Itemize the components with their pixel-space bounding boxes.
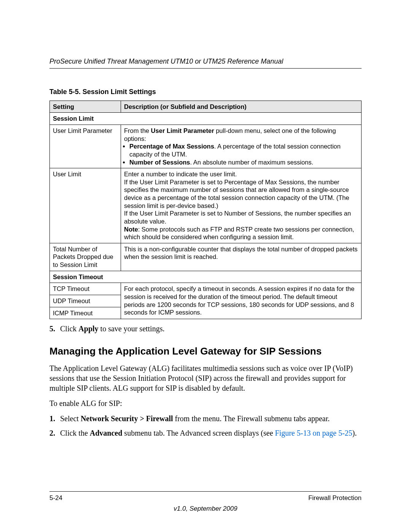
- cell-description: From the User Limit Parameter pull-down …: [121, 125, 362, 168]
- cell-description: For each protocol, specify a timeout in …: [121, 283, 362, 319]
- col-header-setting: Setting: [50, 101, 121, 113]
- step-5: 5. Click Apply to save your settings.: [49, 324, 362, 334]
- step-1: 1. Select Network Security > Firewall fr…: [49, 414, 362, 423]
- session-limit-table: Setting Description (or Subfield and Des…: [49, 101, 362, 319]
- col-header-description: Description (or Subfield and Description…: [121, 101, 362, 113]
- table-row: Total Number of Packets Dropped due to S…: [50, 243, 362, 271]
- table-caption: Table 5-5. Session Limit Settings: [49, 88, 362, 96]
- cell-setting: UDP Timeout: [50, 295, 121, 307]
- table-section-session-limit: Session Limit: [50, 113, 362, 125]
- cell-description: Enter a number to indicate the user limi…: [121, 168, 362, 243]
- footer-title: Firewall Protection: [308, 494, 362, 502]
- step-number: 1.: [49, 414, 60, 423]
- body-paragraph: The Application Level Gateway (ALG) faci…: [49, 363, 362, 393]
- cell-setting: Total Number of Packets Dropped due to S…: [50, 243, 121, 271]
- page-footer: 5-24 Firewall Protection v1.0, September…: [49, 491, 362, 513]
- list-item: Number of Sessions. An absolute number o…: [129, 158, 358, 166]
- table-section-session-timeout: Session Timeout: [50, 271, 362, 283]
- table-row: User Limit Parameter From the User Limit…: [50, 125, 362, 168]
- table-row: TCP Timeout For each protocol, specify a…: [50, 283, 362, 295]
- step-number: 2.: [49, 428, 60, 438]
- footer-version: v1.0, September 2009: [49, 505, 362, 513]
- section-label: Session Timeout: [50, 271, 362, 283]
- body-paragraph: To enable ALG for SIP:: [49, 398, 362, 408]
- section-heading: Managing the Application Level Gateway f…: [49, 345, 362, 358]
- list-item: Percentage of Max Sessions. A percentage…: [129, 142, 358, 158]
- step-2: 2. Click the Advanced submenu tab. The A…: [49, 428, 362, 438]
- cell-description: This is a non-configurable counter that …: [121, 243, 362, 271]
- cell-setting: TCP Timeout: [50, 283, 121, 295]
- cell-setting: User Limit Parameter: [50, 125, 121, 168]
- table-row: User Limit Enter a number to indicate th…: [50, 168, 362, 243]
- cell-setting: ICMP Timeout: [50, 307, 121, 319]
- cell-setting: User Limit: [50, 168, 121, 243]
- section-label: Session Limit: [50, 113, 362, 125]
- figure-link[interactable]: Figure 5-13 on page 5-25: [275, 429, 352, 437]
- step-number: 5.: [49, 324, 60, 334]
- page-number: 5-24: [49, 494, 62, 502]
- running-header: ProSecure Unified Threat Management UTM1…: [49, 57, 362, 69]
